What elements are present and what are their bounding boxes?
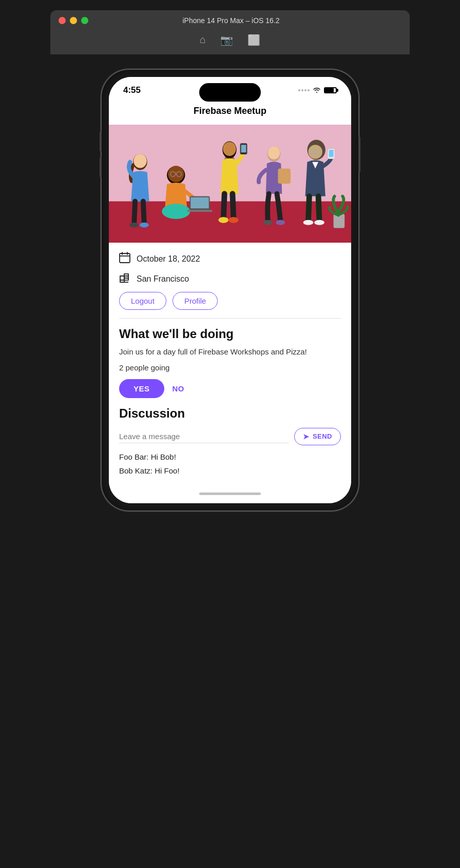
svg-rect-41: [120, 276, 124, 280]
svg-point-23: [268, 146, 280, 160]
event-details: October 18, 2022: [109, 243, 351, 310]
svg-rect-14: [187, 210, 212, 212]
mac-toolbar: ⌂ 📷 ⬜: [200, 30, 260, 48]
status-icons: [298, 86, 337, 94]
app-content: Firebase Meetup: [109, 100, 351, 503]
chat-messages: Foo Bar: Hi Bob! Bob Katz: Hi Foo!: [119, 451, 341, 476]
svg-rect-37: [120, 253, 130, 263]
svg-point-21: [228, 217, 239, 223]
calendar-icon: [119, 252, 131, 266]
svg-point-3: [133, 154, 147, 168]
yes-button[interactable]: YES: [119, 379, 164, 398]
event-location: San Francisco: [137, 274, 189, 284]
home-icon[interactable]: ⌂: [200, 34, 206, 46]
svg-point-17: [223, 142, 236, 156]
discussion-section: Discussion ➤ SEND Foo Bar: Hi Bob! Bob K…: [109, 406, 351, 487]
mac-dot-red[interactable]: [59, 17, 66, 24]
status-bar: 4:55: [109, 77, 351, 100]
no-button[interactable]: NO: [172, 384, 185, 393]
app-title: Firebase Meetup: [109, 100, 351, 125]
screen-icon[interactable]: ⬜: [247, 34, 260, 46]
rsvp-buttons: YES NO: [119, 379, 341, 398]
discussion-heading: Discussion: [119, 406, 341, 421]
svg-rect-13: [190, 198, 208, 209]
date-row: October 18, 2022: [119, 252, 341, 266]
going-count: 2 people going: [119, 363, 341, 372]
mac-titlebar: iPhone 14 Pro Max – iOS 16.2 ⌂ 📷 ⬜: [50, 10, 410, 54]
location-icon: [119, 272, 131, 286]
svg-point-5: [140, 223, 149, 228]
svg-rect-33: [329, 150, 334, 157]
location-row: San Francisco: [119, 272, 341, 286]
svg-point-34: [303, 220, 314, 225]
event-date: October 18, 2022: [137, 254, 200, 264]
status-time: 4:55: [123, 85, 141, 95]
svg-point-4: [129, 223, 139, 228]
iphone-volume-up: [100, 131, 102, 152]
svg-point-20: [218, 217, 228, 223]
mac-window: iPhone 14 Pro Max – iOS 16.2 ⌂ 📷 ⬜ DEBUG…: [50, 10, 410, 526]
camera-icon[interactable]: 📷: [220, 34, 233, 46]
svg-point-11: [162, 204, 190, 219]
home-bar: [199, 492, 261, 495]
message-input[interactable]: [119, 430, 289, 443]
wifi-icon: [313, 86, 321, 94]
mac-controls-row: iPhone 14 Pro Max – iOS 16.2: [59, 16, 401, 25]
svg-rect-19: [241, 145, 246, 152]
profile-button[interactable]: Profile: [172, 292, 218, 310]
mac-dot-yellow[interactable]: [70, 17, 77, 24]
what-section: What we'll be doing Join us for a day fu…: [109, 319, 351, 398]
dynamic-island: [199, 83, 261, 102]
svg-point-26: [276, 220, 285, 225]
chat-message-2: Bob Katz: Hi Foo!: [119, 465, 341, 476]
iphone-frame: DEBUG 4:55: [102, 70, 358, 510]
message-input-row: ➤ SEND: [119, 428, 341, 445]
svg-point-35: [314, 220, 324, 225]
send-icon: ➤: [303, 432, 310, 441]
logout-button[interactable]: Logout: [119, 292, 166, 310]
send-button[interactable]: ➤ SEND: [294, 428, 341, 445]
svg-rect-24: [278, 169, 291, 184]
hero-image: [109, 125, 351, 243]
home-indicator: [109, 487, 351, 503]
mac-dot-green[interactable]: [81, 17, 88, 24]
iphone-volume-down: [100, 157, 102, 177]
window-title: iPhone 14 Pro Max – iOS 16.2: [88, 16, 374, 25]
mac-dots: [59, 17, 88, 24]
chat-message-1: Foo Bar: Hi Bob!: [119, 451, 341, 462]
iphone-side-button: [358, 136, 360, 172]
hero-illustration: [109, 125, 351, 243]
what-heading: What we'll be doing: [119, 327, 341, 341]
iphone-screen: DEBUG 4:55: [109, 77, 351, 503]
svg-point-25: [263, 220, 273, 225]
what-body: Join us for a day full of Firebase Works…: [119, 346, 341, 358]
battery-icon: [324, 87, 337, 93]
send-label: SEND: [313, 432, 332, 440]
signal-dots: [298, 89, 310, 91]
action-buttons: Logout Profile: [119, 292, 341, 310]
